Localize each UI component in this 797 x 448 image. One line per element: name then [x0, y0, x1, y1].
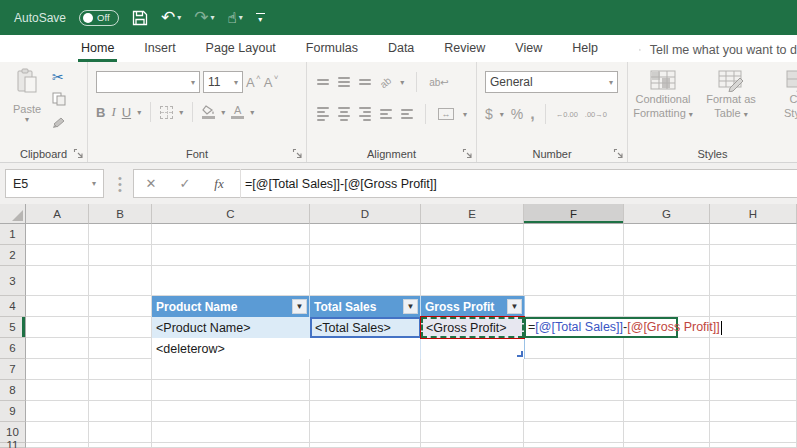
cell-D5-referenced[interactable]: <Total Sales>	[310, 317, 421, 338]
select-all-button[interactable]	[0, 204, 26, 224]
column-header-E[interactable]: E	[421, 204, 524, 224]
cell-H10[interactable]	[710, 422, 797, 443]
cell-F1[interactable]	[524, 224, 624, 245]
cell-H3[interactable]	[710, 266, 797, 296]
cell-G11[interactable]	[624, 443, 710, 448]
cell-B4[interactable]	[89, 296, 152, 317]
cell-F3[interactable]	[524, 266, 624, 296]
cell-B10[interactable]	[89, 422, 152, 443]
wrap-text-icon[interactable]: ab↩	[429, 77, 449, 88]
cell-H8[interactable]	[710, 380, 797, 401]
tell-me-search[interactable]: Tell me what you want to d	[639, 43, 797, 57]
table-header-gross-profit[interactable]: Gross Profit ▼	[421, 296, 524, 317]
cell-C10[interactable]	[152, 422, 310, 443]
font-name-combo[interactable]: ▾	[96, 71, 200, 93]
fill-color-dropdown-icon[interactable]: ▾	[221, 108, 225, 117]
row-header-8[interactable]: 8	[0, 380, 26, 401]
tab-view[interactable]: View	[500, 36, 557, 62]
row-header-2[interactable]: 2	[0, 245, 26, 266]
cell-F2[interactable]	[524, 245, 624, 266]
cell-F6[interactable]	[524, 338, 624, 359]
increase-decimal-button[interactable]: ←0.00	[556, 111, 578, 118]
cell-D10[interactable]	[310, 422, 421, 443]
cell-G10[interactable]	[624, 422, 710, 443]
shrink-font-button[interactable]: A˅	[264, 75, 279, 90]
cell-H1[interactable]	[710, 224, 797, 245]
cell-E7[interactable]	[421, 359, 524, 380]
cell-E8[interactable]	[421, 380, 524, 401]
cell-C11[interactable]	[152, 443, 310, 448]
name-box[interactable]: E5 ▾	[5, 169, 104, 198]
currency-dropdown-icon[interactable]: ▾	[500, 110, 504, 119]
column-header-B[interactable]: B	[89, 204, 152, 224]
bottom-align-icon[interactable]	[359, 79, 371, 85]
tab-review[interactable]: Review	[429, 36, 500, 62]
cell-G7[interactable]	[624, 359, 710, 380]
row-header-1[interactable]: 1	[0, 224, 26, 245]
align-left-icon[interactable]	[317, 107, 329, 121]
cell-A3[interactable]	[26, 266, 89, 296]
cell-G9[interactable]	[624, 401, 710, 422]
save-button[interactable]	[132, 10, 148, 26]
currency-button[interactable]: $	[485, 106, 493, 122]
borders-dropdown-icon[interactable]: ▾	[179, 108, 183, 117]
cell-H4[interactable]	[710, 296, 797, 317]
cell-A11[interactable]	[26, 443, 89, 448]
grow-font-button[interactable]: A˄	[246, 75, 261, 90]
cancel-button[interactable]: ✕	[134, 176, 168, 191]
enter-button[interactable]: ✓	[168, 176, 202, 191]
insert-function-button[interactable]: fx	[202, 176, 236, 192]
format-as-table-button[interactable]: Format as Table ▾	[700, 70, 762, 122]
middle-align-icon[interactable]	[338, 77, 350, 87]
row-header-6[interactable]: 6	[0, 338, 26, 359]
cell-B1[interactable]	[89, 224, 152, 245]
cell-D11[interactable]	[310, 443, 421, 448]
italic-button[interactable]: I	[111, 104, 115, 120]
cell-A7[interactable]	[26, 359, 89, 380]
cell-C8[interactable]	[152, 380, 310, 401]
column-header-H[interactable]: H	[710, 204, 797, 224]
touch-mouse-mode-button[interactable]: ☝ ▾	[228, 10, 243, 25]
cell-B9[interactable]	[89, 401, 152, 422]
cell-E2[interactable]	[421, 245, 524, 266]
cell-A5[interactable]	[26, 317, 89, 338]
cell-F5-formula-text[interactable]: =[@[Total Sales]]-[@[Gross Profit]]	[528, 317, 722, 338]
cell-D2[interactable]	[310, 245, 421, 266]
tab-insert[interactable]: Insert	[129, 36, 190, 62]
row-header-7[interactable]: 7	[0, 359, 26, 380]
merge-dropdown-icon[interactable]: ▾	[463, 110, 467, 119]
cell-F8[interactable]	[524, 380, 624, 401]
cell-A10[interactable]	[26, 422, 89, 443]
cell-H11[interactable]	[710, 443, 797, 448]
cell-C2[interactable]	[152, 245, 310, 266]
cell-C7[interactable]	[152, 359, 310, 380]
cell-C3[interactable]	[152, 266, 310, 296]
cell-E3[interactable]	[421, 266, 524, 296]
cell-E11[interactable]	[421, 443, 524, 448]
cell-B5[interactable]	[89, 317, 152, 338]
cell-C1[interactable]	[152, 224, 310, 245]
formula-bar-input[interactable]: =[@[Total Sales]]-[@[Gross Profit]]	[245, 177, 437, 191]
decrease-indent-icon[interactable]	[380, 109, 392, 119]
cell-F7[interactable]	[524, 359, 624, 380]
table-header-total-sales[interactable]: Total Sales ▼	[310, 296, 421, 317]
cell-G1[interactable]	[624, 224, 710, 245]
cell-A9[interactable]	[26, 401, 89, 422]
row-header-11[interactable]: 11	[0, 443, 26, 448]
paste-dropdown-icon[interactable]: ▾	[25, 115, 29, 124]
cell-F11[interactable]	[524, 443, 624, 448]
top-align-icon[interactable]	[317, 79, 329, 85]
cell-B11[interactable]	[89, 443, 152, 448]
bold-button[interactable]: B	[96, 105, 105, 120]
fill-color-button[interactable]	[202, 105, 215, 119]
cut-icon[interactable]: ✂	[52, 70, 64, 84]
cell-A6[interactable]	[26, 338, 89, 359]
underline-dropdown-icon[interactable]: ▾	[137, 108, 141, 117]
font-size-combo[interactable]: 11▾	[203, 71, 243, 93]
cell-F9[interactable]	[524, 401, 624, 422]
tab-data[interactable]: Data	[373, 36, 429, 62]
undo-dropdown-icon[interactable]: ▾	[177, 13, 181, 22]
formula-bar-splitter[interactable]: •••	[118, 175, 122, 193]
cell-A1[interactable]	[26, 224, 89, 245]
filter-dropdown-button[interactable]: ▼	[292, 299, 307, 314]
